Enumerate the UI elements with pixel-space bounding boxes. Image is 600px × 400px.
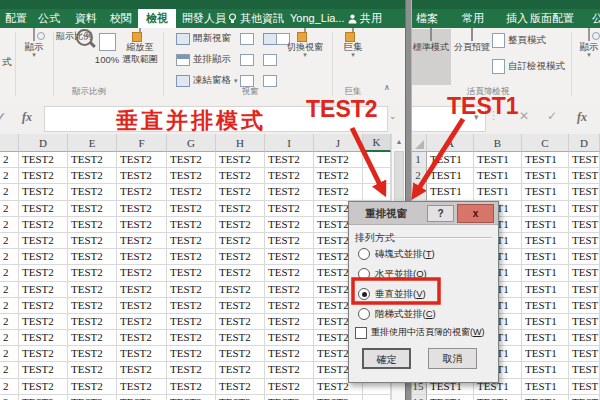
active-workbook-checkbox[interactable]: 重排使用中活頁簿的視窗(W)	[355, 326, 485, 339]
grid-cell[interactable]: TEST2	[216, 395, 265, 400]
grid-cell[interactable]: TEST2	[68, 379, 117, 395]
grid-cell[interactable]: TEST1	[522, 362, 569, 378]
left-tab-3[interactable]: 資料	[71, 9, 101, 28]
grid-cell-partial[interactable]: 2	[0, 233, 19, 249]
left-tab-5[interactable]: 檢視	[138, 9, 176, 28]
grid-cell[interactable]: TEST1	[569, 152, 600, 168]
row-header[interactable]: 1	[410, 152, 427, 168]
grid-cell[interactable]: TEST2	[216, 249, 265, 265]
radio-icon[interactable]	[358, 248, 370, 260]
grid-cell[interactable]: TEST2	[117, 298, 167, 314]
grid-cell[interactable]: TEST1	[522, 330, 569, 346]
grid-cell[interactable]: TEST2	[68, 184, 117, 200]
new-window-button[interactable]: 開新視窗	[176, 32, 231, 45]
grid-cell[interactable]: TEST1	[474, 184, 522, 200]
enter-icon-partial[interactable]: ✓	[0, 110, 6, 125]
grid-cell[interactable]: TEST2	[68, 217, 117, 233]
grid-cell[interactable]: TEST2	[216, 298, 265, 314]
right-fx-icon[interactable]: fx	[577, 110, 587, 125]
grid-cell[interactable]: TEST2	[265, 265, 314, 281]
grid-cell[interactable]: TEST2	[68, 168, 117, 184]
grid-cell[interactable]: TEST2	[265, 346, 314, 362]
grid-cell-empty[interactable]	[363, 152, 391, 168]
grid-cell[interactable]: TEST2	[19, 282, 68, 298]
grid-cell[interactable]: TEST2	[216, 201, 265, 217]
column-header[interactable]: G	[167, 134, 216, 152]
grid-cell[interactable]: TEST2	[19, 298, 68, 314]
grid-cell[interactable]: TEST2	[216, 184, 265, 200]
grid-cell[interactable]: TEST2	[117, 249, 167, 265]
radio-option-O[interactable]: 水平並排(O)	[358, 267, 427, 281]
scroll-up-icon[interactable]: ▲	[392, 134, 406, 149]
name-box-dropdown-icon[interactable]: ▾	[474, 112, 479, 122]
grid-cell[interactable]: TEST2	[167, 168, 216, 184]
grid-cell[interactable]: TEST2	[167, 152, 216, 168]
grid-cell-partial[interactable]: 2	[0, 265, 19, 281]
grid-cell-partial[interactable]: 2	[0, 362, 19, 378]
grid-cell[interactable]: TEST1	[522, 249, 569, 265]
grid-cell[interactable]: TEST2	[314, 152, 363, 168]
grid-cell[interactable]: TEST1	[522, 168, 569, 184]
cancel-icon[interactable]: ✕	[519, 109, 529, 123]
grid-cell[interactable]: TEST2	[265, 217, 314, 233]
column-header[interactable]: H	[216, 134, 265, 152]
right-tab-4[interactable]: 版面配置	[526, 9, 578, 28]
grid-cell[interactable]: TEST1	[427, 184, 474, 200]
grid-cell-partial[interactable]: 2	[0, 346, 19, 362]
grid-cell[interactable]: TEST2	[265, 233, 314, 249]
arrange-all-button[interactable]: 並排顯示	[176, 53, 231, 66]
grid-cell[interactable]: TEST2	[117, 217, 167, 233]
grid-cell[interactable]: TEST2	[167, 395, 216, 400]
grid-cell[interactable]: TEST2	[216, 265, 265, 281]
fx-icon[interactable]: fx	[22, 110, 32, 125]
grid-cell[interactable]: TEST2	[19, 395, 68, 400]
grid-cell-empty[interactable]	[363, 168, 391, 184]
grid-cell[interactable]: TEST2	[19, 379, 68, 395]
grid-cell[interactable]: TEST2	[19, 152, 68, 168]
grid-cell[interactable]: TEST1	[522, 265, 569, 281]
column-header[interactable]: C	[522, 134, 569, 152]
grid-cell[interactable]: TEST2	[314, 395, 363, 400]
grid-cell[interactable]: TEST1	[522, 217, 569, 233]
grid-cell[interactable]: TEST2	[19, 217, 68, 233]
grid-cell-empty[interactable]	[363, 395, 391, 400]
grid-cell[interactable]: TEST2	[167, 298, 216, 314]
grid-cell[interactable]: TEST2	[167, 314, 216, 330]
view-side-by-side-icon[interactable]	[263, 33, 277, 45]
radio-icon[interactable]	[358, 288, 370, 300]
grid-cell[interactable]: TEST2	[314, 168, 363, 184]
grid-cell[interactable]: TEST2	[117, 330, 167, 346]
grid-cell[interactable]: TEST1	[569, 217, 600, 233]
left-tab-4[interactable]: 校閱	[106, 9, 136, 28]
grid-cell[interactable]: TEST2	[68, 298, 117, 314]
grid-cell[interactable]: TEST2	[19, 249, 68, 265]
grid-cell[interactable]: TEST1	[569, 362, 600, 378]
grid-cell[interactable]: TEST1	[569, 282, 600, 298]
grid-cell[interactable]: TEST2	[216, 233, 265, 249]
grid-cell[interactable]: TEST1	[522, 152, 569, 168]
formula-bar-expand-icon[interactable]: ⌄	[389, 111, 397, 121]
right-tab-1[interactable]: 檔案	[412, 9, 442, 28]
column-header[interactable]: F	[117, 134, 167, 152]
grid-cell[interactable]: TEST1	[569, 330, 600, 346]
column-header[interactable]: D	[569, 134, 600, 152]
grid-cell[interactable]: TEST2	[19, 184, 68, 200]
grid-cell[interactable]: TEST1	[522, 201, 569, 217]
grid-cell[interactable]: TEST2	[68, 314, 117, 330]
grid-cell-partial[interactable]: 2	[0, 184, 19, 200]
grid-cell[interactable]: TEST2	[167, 233, 216, 249]
grid-cell[interactable]: TEST2	[265, 152, 314, 168]
grid-cell-partial[interactable]: 2	[0, 249, 19, 265]
grid-cell[interactable]: TEST2	[68, 233, 117, 249]
grid-cell[interactable]: TEST2	[117, 282, 167, 298]
grid-cell[interactable]: TEST2	[19, 330, 68, 346]
grid-cell[interactable]: TEST1	[474, 152, 522, 168]
left-tab-8[interactable]: Yong_Lia...	[286, 9, 349, 28]
grid-cell[interactable]: TEST1	[569, 379, 600, 395]
column-header[interactable]: J	[314, 134, 363, 152]
grid-cell[interactable]: TEST1	[522, 379, 569, 395]
grid-cell-partial[interactable]: 2	[0, 379, 19, 395]
grid-cell-partial[interactable]: 2	[0, 217, 19, 233]
radio-icon[interactable]	[358, 308, 370, 320]
grid-cell[interactable]: TEST2	[117, 233, 167, 249]
